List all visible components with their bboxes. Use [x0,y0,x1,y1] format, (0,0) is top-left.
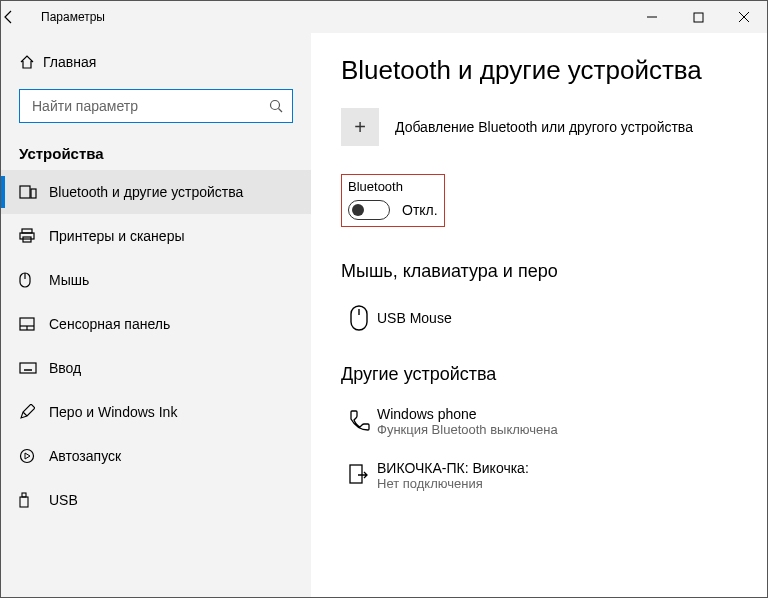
add-device-label: Добавление Bluetooth или другого устройс… [395,119,693,135]
section-other-devices: Другие устройства [341,364,737,385]
sidebar-section-header: Устройства [1,135,311,170]
autoplay-icon [19,448,49,464]
section-mouse-keyboard-pen: Мышь, клавиатура и перо [341,261,737,282]
sidebar-item-mouse[interactable]: Мышь [1,258,311,302]
search-box[interactable] [19,89,293,123]
search-icon [268,98,284,114]
sidebar: Главная Устройства Bluetooth и другие ус… [1,33,311,597]
sidebar-item-usb[interactable]: USB [1,478,311,522]
device-status: Функция Bluetooth выключена [377,422,558,437]
content-area: Bluetooth и другие устройства + Добавлен… [311,33,767,597]
sidebar-item-label: Сенсорная панель [49,316,170,332]
sidebar-nav: Bluetooth и другие устройства Принтеры и… [1,170,311,522]
svg-line-5 [279,109,283,113]
window-title: Параметры [41,10,117,24]
sidebar-item-label: Автозапуск [49,448,121,464]
svg-point-22 [21,450,34,463]
usb-icon [19,492,49,508]
mouse-icon [19,272,49,288]
sidebar-item-label: Ввод [49,360,81,376]
settings-window: Параметры Главная [0,0,768,598]
pen-icon [19,404,49,420]
add-device-button[interactable]: + Добавление Bluetooth или другого устро… [341,108,737,146]
bluetooth-state: Откл. [402,202,438,218]
bluetooth-toggle-section: Bluetooth Откл. [341,174,445,227]
sidebar-item-pen[interactable]: Перо и Windows Ink [1,390,311,434]
svg-rect-9 [20,233,34,239]
close-button[interactable] [721,1,767,33]
sidebar-home[interactable]: Главная [1,43,311,81]
back-button[interactable] [1,9,41,25]
bluetooth-toggle[interactable] [348,200,390,220]
plus-icon: + [341,108,379,146]
devices-icon [19,185,49,199]
sidebar-item-label: Перо и Windows Ink [49,404,177,420]
titlebar: Параметры [1,1,767,33]
touchpad-icon [19,317,49,331]
keyboard-icon [19,362,49,374]
mouse-icon [341,305,377,331]
svg-rect-16 [20,363,36,373]
svg-point-4 [271,101,280,110]
device-usb-mouse[interactable]: USB Mouse [341,296,737,340]
sidebar-item-label: Принтеры и сканеры [49,228,184,244]
phone-icon [341,409,377,433]
home-icon [19,54,43,70]
device-windows-phone[interactable]: Windows phone Функция Bluetooth выключен… [341,399,737,443]
bluetooth-label: Bluetooth [348,179,438,194]
printer-icon [19,228,49,244]
svg-rect-23 [22,493,26,497]
svg-rect-24 [20,497,28,507]
svg-rect-8 [22,229,32,233]
sidebar-item-touchpad[interactable]: Сенсорная панель [1,302,311,346]
cast-device-icon [341,463,377,487]
svg-rect-27 [350,465,362,483]
minimize-button[interactable] [629,1,675,33]
sidebar-item-label: Мышь [49,272,89,288]
device-name: ВИКОЧКА-ПК: Викочка: [377,460,529,476]
search-input[interactable] [30,97,262,115]
device-name: Windows phone [377,406,558,422]
sidebar-item-autoplay[interactable]: Автозапуск [1,434,311,478]
sidebar-item-bluetooth[interactable]: Bluetooth и другие устройства [1,170,311,214]
device-vikochka-pc[interactable]: ВИКОЧКА-ПК: Викочка: Нет подключения [341,453,737,497]
window-controls [629,1,767,33]
svg-rect-6 [20,186,30,198]
sidebar-item-typing[interactable]: Ввод [1,346,311,390]
sidebar-home-label: Главная [43,54,96,70]
device-status: Нет подключения [377,476,529,491]
page-title: Bluetooth и другие устройства [341,55,737,86]
device-name: USB Mouse [377,310,452,326]
svg-rect-7 [31,189,36,198]
svg-rect-1 [694,13,703,22]
sidebar-item-label: Bluetooth и другие устройства [49,184,243,200]
sidebar-item-printers[interactable]: Принтеры и сканеры [1,214,311,258]
sidebar-item-label: USB [49,492,78,508]
maximize-button[interactable] [675,1,721,33]
